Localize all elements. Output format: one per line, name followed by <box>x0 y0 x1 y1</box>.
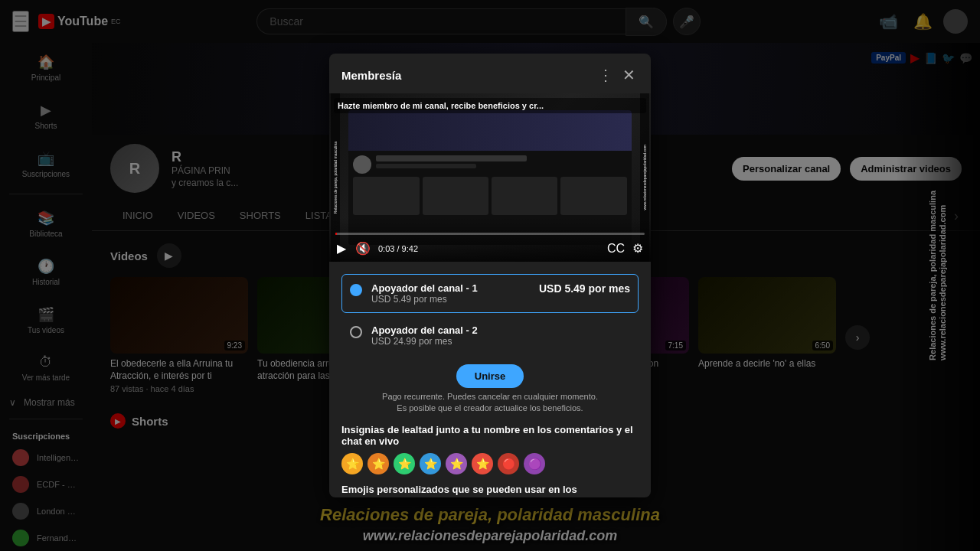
badge-7: 🔴 <box>498 453 519 474</box>
video-controls-row: ▶ 🔇 0:03 / 9:42 CC ⚙ <box>335 240 645 257</box>
modal-header-actions: ⋮ ✕ <box>598 63 639 87</box>
time-current: 0:03 <box>378 244 394 253</box>
settings-button[interactable]: ⚙ <box>631 240 645 257</box>
badge-6: ⭐ <box>472 453 493 474</box>
mute-button[interactable]: 🔇 <box>354 240 372 257</box>
tier-radio-1 <box>350 284 362 296</box>
cc-button[interactable]: CC <box>606 240 626 257</box>
tier-name-1: Apoyador del canal - 1 <box>371 282 530 294</box>
progress-bar-fill <box>335 233 337 235</box>
tier-list: Apoyador del canal - 1 USD 5.49 por mes … <box>341 274 639 355</box>
play-button[interactable]: ▶ <box>335 240 348 257</box>
controls-right: CC ⚙ <box>606 240 645 257</box>
membership-modal: Membresía ⋮ ✕ <box>329 54 651 497</box>
tier-radio-2 <box>350 326 362 338</box>
modal-title: Membresía <box>341 69 401 82</box>
payment-note: Pago recurrente. Puedes cancelar en cual… <box>341 391 639 415</box>
tier-info-1: Apoyador del canal - 1 USD 5.49 por mes <box>371 282 530 305</box>
modal-close-button[interactable]: ✕ <box>619 63 639 87</box>
tier-price-2: USD 24.99 por mes <box>371 336 630 347</box>
badge-3: ⭐ <box>394 453 415 474</box>
benefit-section-badges: Insignias de lealtad junto a tu nombre e… <box>341 424 639 474</box>
progress-bar[interactable] <box>335 233 645 235</box>
video-controls: ▶ 🔇 0:03 / 9:42 CC ⚙ <box>329 217 651 262</box>
badge-2: ⭐ <box>368 453 389 474</box>
badge-5: ⭐ <box>446 453 467 474</box>
badge-row: ⭐ ⭐ ⭐ ⭐ ⭐ ⭐ 🔴 🟣 <box>341 453 639 474</box>
modal-video-player: Relaciones de pareja, polaridad masculin… <box>329 93 651 262</box>
benefit-section-emojis: Emojis personalizados que se pueden usar… <box>341 484 639 497</box>
badge-4: ⭐ <box>420 453 441 474</box>
modal-more-button[interactable]: ⋮ <box>598 66 613 84</box>
video-preview-title: Hazte miembro de mi canal, recibe benefi… <box>334 98 646 113</box>
membership-content: Apoyador del canal - 1 USD 5.49 por mes … <box>329 262 651 497</box>
tier-price-right-1: USD 5.49 por mes <box>539 282 630 295</box>
join-button[interactable]: Unirse <box>456 364 524 388</box>
time-total: 9:42 <box>402 244 418 253</box>
tier-item-1[interactable]: Apoyador del canal - 1 USD 5.49 por mes … <box>341 274 639 313</box>
tier-item-2[interactable]: Apoyador del canal - 2 USD 24.99 por mes <box>341 316 639 355</box>
benefit-title-emojis: Emojis personalizados que se pueden usar… <box>341 484 639 497</box>
tier-info-2: Apoyador del canal - 2 USD 24.99 por mes <box>371 324 630 347</box>
time-display: 0:03 / 9:42 <box>378 244 418 253</box>
badge-8: 🟣 <box>524 453 545 474</box>
tier-price-1: USD 5.49 por mes <box>371 294 530 305</box>
badge-1: ⭐ <box>341 453 363 474</box>
tier-name-2: Apoyador del canal - 2 <box>371 324 630 336</box>
modal-overlay[interactable]: Membresía ⋮ ✕ <box>0 0 980 551</box>
modal-header: Membresía ⋮ ✕ <box>329 54 651 93</box>
benefit-title-badges: Insignias de lealtad junto a tu nombre e… <box>341 424 639 447</box>
